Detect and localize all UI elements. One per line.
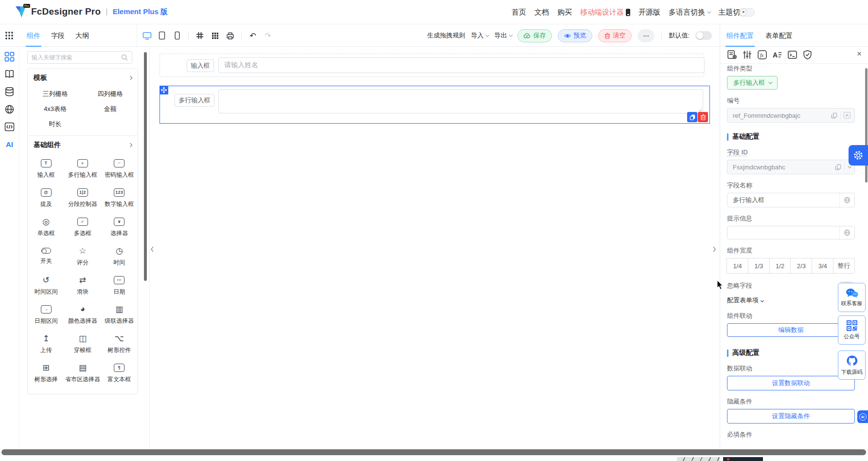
close-inspector-icon[interactable]: × [857,50,862,58]
ref-input[interactable]: ref_Fommmdcwnbgbajc A [727,108,855,123]
drag-handle[interactable] [159,86,168,94]
width-option-button[interactable]: 1/2 [769,258,791,274]
template-item[interactable]: 金额 [83,101,138,116]
device-desktop-icon[interactable] [142,31,152,40]
script-terminal-icon[interactable] [786,49,798,60]
palette-item[interactable]: ☆ 评分 [64,242,101,271]
nav-item[interactable]: 移动端设计器 [580,8,630,17]
width-option-button[interactable]: 1/3 [748,258,770,274]
form-canvas[interactable]: 输入框 请输入姓名 多行输入框 [150,47,720,448]
sidebar-tab[interactable]: 组件 [27,24,40,47]
import-dropdown[interactable]: 导入 [471,31,488,40]
palette-item[interactable]: 开关 [28,242,64,271]
palette-item[interactable]: ▥ 级联选择器 [101,300,138,330]
clear-button[interactable]: 清空 [598,29,632,42]
palette-item[interactable]: ↥ 上传 [28,330,64,359]
preview-button[interactable]: 预览 [558,29,592,42]
template-item[interactable]: 三列栅格 [28,86,83,101]
palette-item[interactable]: 1|2 分段控制器 [64,184,101,213]
download-source-widget[interactable]: 下载源码 [838,350,866,380]
theme-toggle[interactable]: ☀ [739,8,755,17]
palette-item[interactable]: ◎ 单选框 [28,213,64,242]
palette-item[interactable]: ↺ 时间区间 [28,271,64,300]
palette-item[interactable]: ✓ 多选框 [64,213,101,242]
palette-item[interactable]: ⌥ 树形控件 [101,330,138,359]
sidebar-tab[interactable]: 字段 [51,24,65,47]
config-form-items-expander[interactable]: 配置表单项 [727,296,855,305]
palette-item[interactable]: @ 提及 [28,184,64,213]
ai-assistant-icon[interactable]: AI [4,139,15,149]
field-label-textarea[interactable]: 多行输入框 [175,94,214,107]
set-data-linkage-button[interactable]: 设置数据联动 [727,376,855,390]
palette-item[interactable]: ·· 密码输入框 [101,154,138,184]
dots-grid-icon[interactable] [210,31,220,40]
grid-guides-icon[interactable] [195,31,205,40]
palette-item[interactable]: ¶ 富文本框 [101,359,138,388]
palette-item[interactable]: ◫ 穿梭框 [64,330,101,359]
device-tablet-icon[interactable] [157,31,167,40]
palette-item[interactable]: T 输入框 [28,154,64,184]
tip-input[interactable] [727,226,855,240]
code-icon[interactable] [4,121,15,132]
copy-icon[interactable] [835,164,841,170]
copy-icon[interactable] [831,112,837,119]
redo-icon[interactable]: ↷ [263,31,273,40]
globe-icon[interactable] [4,104,15,114]
save-button[interactable]: 保存 [517,29,552,42]
component-type-dropdown[interactable]: 多行输入框 [727,76,778,90]
palette-item[interactable]: ▤ 省市区选择器 [64,359,101,388]
field-name-input[interactable]: 多行输入框 [727,193,855,207]
font-style-icon[interactable]: A [771,49,783,60]
props-sliders-icon[interactable] [741,49,753,60]
nav-item[interactable]: 首页 [512,8,526,17]
palette-item[interactable]: ⇄ 滑块 [64,271,101,300]
width-option-button[interactable]: 1/4 [726,258,748,274]
set-hidden-condition-button[interactable]: 设置隐藏条件 [727,409,855,424]
docs-book-icon[interactable] [4,69,15,79]
template-item[interactable]: 时长 [28,116,83,131]
edit-data-button[interactable]: 编辑数据 [727,323,855,337]
width-option-button[interactable]: 2/3 [790,258,812,274]
collapse-right-panel-chevron[interactable] [712,246,717,255]
nav-item[interactable]: 多语言切换 [669,8,710,17]
modules-grid-icon[interactable] [4,51,15,62]
copy-component-button[interactable] [687,112,697,122]
settings-floating-button[interactable] [849,145,868,166]
sidebar-tab[interactable]: 大纲 [75,24,89,47]
form-row-input[interactable]: 输入框 请输入姓名 [159,54,704,77]
delete-component-button[interactable] [698,112,708,122]
textarea-field[interactable] [218,89,703,113]
palette-item[interactable]: ⊞ 树形选择 [28,359,64,388]
form-row-textarea-selected[interactable]: 多行输入框 [159,86,710,124]
formula-fx-icon[interactable]: fx [756,49,768,60]
palette-item[interactable]: ≡ 多行输入框 [64,154,101,184]
generate-rule-button[interactable]: 生成拖拽规则 [427,31,465,40]
brand-logo[interactable]: Pro FcDesigner Pro | Element Plus 版 [15,5,168,18]
form-config-icon[interactable] [726,49,738,60]
more-actions-button[interactable]: ··· [638,29,655,42]
validation-shield-icon[interactable] [801,49,813,60]
palette-item[interactable]: → 日期区间 [28,300,64,330]
template-item[interactable]: 4x3表格 [28,101,83,116]
device-phone-icon[interactable] [172,31,182,40]
field-label-input[interactable]: 输入框 [187,59,214,72]
contact-support-widget[interactable]: 联系客服 [838,283,866,312]
export-dropdown[interactable]: 导出 [494,31,512,40]
template-section-header[interactable]: 模板 [28,69,138,85]
textarea-resize-grip[interactable] [697,108,702,112]
palette-item[interactable]: ∨ 选择器 [101,213,138,242]
i18n-globe-icon[interactable] [839,193,854,207]
sidebar-scrollbar[interactable] [144,52,147,281]
nav-item[interactable]: 购买 [557,8,572,17]
width-option-button[interactable]: 整行 [833,258,855,274]
palette-item[interactable]: ◷ 时间 [101,242,138,271]
print-icon[interactable] [225,31,235,40]
undo-icon[interactable]: ↶ [248,31,258,40]
apps-grid-icon[interactable] [4,31,14,42]
horizontal-scrollbar-thumb[interactable] [1,449,866,455]
nav-item[interactable]: 开源版 [638,8,660,17]
field-id-input[interactable]: Fsxjmdcwnbgbahc [727,160,855,174]
database-icon[interactable] [4,86,15,97]
palette-item[interactable]: ◕ 颜色选择器 [64,300,101,330]
palette-item[interactable]: 123 数字输入框 [101,184,138,213]
